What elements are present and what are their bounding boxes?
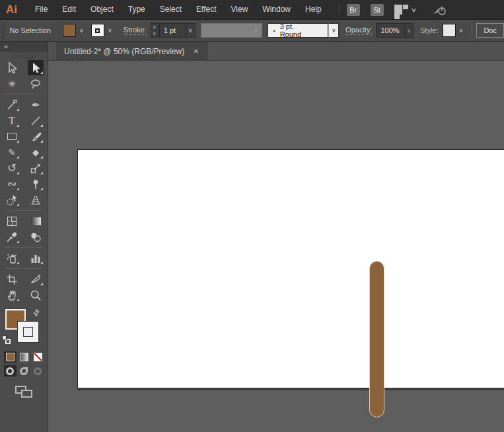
brush-name: 3 pt. Round [280, 22, 314, 38]
hand-tool[interactable] [4, 287, 20, 303]
curvature-tool[interactable]: ✒ [28, 97, 44, 112]
puppet-warp-tool[interactable] [28, 176, 44, 192]
tool-divider [5, 268, 42, 269]
fill-color-dropdown[interactable]: ∨ [63, 23, 87, 38]
pencil-tool[interactable]: ✎ [4, 145, 20, 160]
gradient-tool[interactable] [28, 213, 44, 229]
color-button[interactable] [4, 351, 17, 363]
workspace-chevron-icon[interactable]: ∨ [410, 7, 416, 13]
draw-inside-icon [34, 367, 42, 375]
document-tab-title: Untitled-2* @ 50% (RGB/Preview) [64, 47, 184, 56]
stroke-width-field[interactable]: 1 pt [159, 23, 186, 38]
stroke-color-dropdown[interactable]: ∨ [91, 23, 116, 38]
fill-color-swatch[interactable] [63, 24, 76, 37]
gpu-performance-icon[interactable] [431, 3, 449, 17]
rotate-tool[interactable]: ↺ [4, 161, 20, 176]
opacity-panel-link[interactable]: Opacity: [345, 26, 372, 35]
bridge-button[interactable]: Br [347, 4, 360, 16]
chevron-down-icon[interactable]: ∨ [186, 23, 196, 38]
artboard-tool[interactable] [4, 271, 20, 287]
zoom-tool[interactable] [28, 287, 44, 303]
chevron-down-icon[interactable]: ∨ [328, 23, 339, 38]
draw-inside-button [32, 365, 44, 377]
brush-preview-dot-icon: • [273, 28, 275, 34]
draw-behind-icon [20, 367, 28, 375]
direct-selection-tool[interactable] [28, 60, 44, 75]
mesh-tool[interactable] [4, 213, 20, 229]
tools-panel-header: « [0, 42, 48, 52]
tool-grid: ✳ ✒ T ✎ [0, 60, 48, 303]
gradient-button[interactable] [18, 351, 30, 363]
drawn-stick-shape[interactable] [369, 261, 384, 417]
artboard[interactable] [77, 149, 504, 388]
swap-fill-stroke-icon[interactable]: ⇄ [31, 306, 42, 318]
none-button[interactable] [32, 351, 44, 363]
menu-effect[interactable]: Effect [189, 0, 223, 19]
stepper-down-icon[interactable]: ∨ [151, 30, 158, 37]
slice-tool[interactable] [28, 271, 44, 287]
eraser-tool[interactable]: ◆ [28, 145, 44, 160]
workspace-switcher-icon[interactable] [394, 5, 409, 15]
stroke-color-swatch[interactable] [91, 24, 104, 37]
opacity-submenu-arrow-icon[interactable]: › [405, 23, 414, 38]
menu-file[interactable]: File [28, 0, 55, 19]
gradient-icon [20, 353, 28, 361]
menu-view[interactable]: View [224, 0, 256, 19]
close-icon[interactable]: × [194, 46, 199, 56]
change-screen-mode-button[interactable] [15, 386, 32, 398]
drawing-mode-buttons [0, 365, 48, 377]
menu-edit[interactable]: Edit [55, 0, 83, 19]
paintbrush-tool[interactable] [28, 129, 44, 144]
panel-grip[interactable] [1, 22, 5, 39]
shape-builder-tool[interactable] [4, 192, 20, 207]
blend-tool[interactable] [28, 229, 44, 244]
chevron-down-icon: ∨ [250, 23, 262, 38]
canvas-area[interactable] [48, 61, 504, 432]
stroke-panel-link[interactable]: Stroke: [124, 26, 147, 35]
stock-button[interactable]: St [371, 4, 384, 16]
pen-tool[interactable] [4, 97, 20, 112]
chevron-down-icon[interactable]: ∨ [76, 23, 87, 38]
perspective-grid-tool[interactable] [28, 192, 44, 207]
default-fill-stroke-icon[interactable] [2, 336, 11, 344]
eyedropper-tool[interactable] [4, 229, 20, 244]
stroke-width-stepper[interactable]: ∧ ∨ [151, 23, 159, 38]
brush-definition-dropdown[interactable]: • 3 pt. Round [268, 23, 328, 38]
column-graph-tool[interactable] [28, 250, 44, 266]
rectangle-tool[interactable] [4, 129, 20, 144]
document-setup-button[interactable]: Doc [476, 23, 504, 38]
fill-stroke-indicator: ⇄ [0, 308, 48, 349]
tools-panel-grip[interactable] [13, 55, 35, 59]
menu-select[interactable]: Select [153, 0, 189, 19]
chevron-down-icon[interactable]: ∨ [104, 23, 116, 38]
width-tool[interactable]: ∾ [4, 176, 20, 192]
tool-divider [5, 94, 42, 94]
menu-type[interactable]: Type [121, 0, 153, 19]
collapse-panel-icon[interactable]: « [4, 42, 8, 50]
document-tab[interactable]: Untitled-2* @ 50% (RGB/Preview) × [56, 42, 207, 61]
width-profile-dropdown-disabled: ∨ [201, 23, 262, 38]
draw-normal-icon [6, 367, 14, 375]
menu-separator [340, 5, 340, 15]
draw-behind-button[interactable] [18, 365, 30, 377]
tool-divider [5, 210, 42, 211]
line-segment-tool[interactable] [28, 113, 44, 128]
stepper-up-icon[interactable]: ∧ [151, 24, 158, 30]
stroke-color-box[interactable] [18, 322, 38, 342]
none-icon [34, 353, 42, 361]
menu-window[interactable]: Window [255, 0, 298, 19]
chevron-down-icon[interactable]: ∨ [456, 23, 467, 38]
style-swatch[interactable] [443, 24, 456, 37]
opacity-field[interactable]: 100% [376, 23, 405, 38]
scale-tool[interactable] [28, 161, 44, 176]
menu-help[interactable]: Help [298, 0, 329, 19]
type-tool[interactable]: T [4, 113, 20, 128]
menu-object[interactable]: Object [83, 0, 121, 19]
control-bar-separator [472, 23, 472, 38]
lasso-tool[interactable] [28, 76, 44, 91]
symbol-sprayer-tool[interactable] [4, 250, 20, 266]
draw-normal-button[interactable] [4, 365, 17, 377]
magic-wand-tool[interactable]: ✳ [4, 76, 20, 91]
selection-tool[interactable] [4, 60, 20, 75]
style-dropdown[interactable]: ∨ [443, 23, 467, 38]
